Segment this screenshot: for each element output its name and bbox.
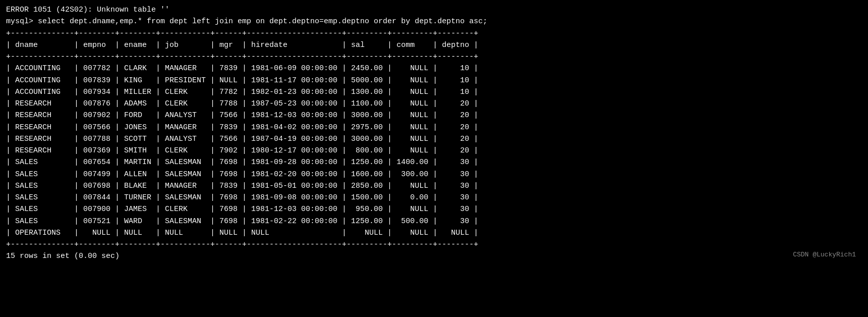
- terminal-line: | SALES | 007521 | WARD | SALESMAN | 769…: [6, 216, 862, 227]
- terminal-line: | OPERATIONS | NULL | NULL | NULL | NULL…: [6, 227, 862, 239]
- terminal-line: +--------------+--------+--------+------…: [6, 28, 862, 39]
- terminal-line: | SALES | 007654 | MARTIN | SALESMAN | 7…: [6, 156, 862, 168]
- terminal-line: | RESEARCH | 007369 | SMITH | CLERK | 79…: [6, 145, 862, 156]
- terminal-line: | SALES | 007844 | TURNER | SALESMAN | 7…: [6, 192, 862, 203]
- terminal-line: | dname | empno | ename | job | mgr | hi…: [6, 39, 862, 51]
- terminal-line: | ACCOUNTING | 007782 | CLARK | MANAGER …: [6, 63, 862, 74]
- terminal-line: | RESEARCH | 007902 | FORD | ANALYST | 7…: [6, 110, 862, 121]
- terminal-output: ERROR 1051 (42S02): Unknown table ''mysq…: [6, 4, 862, 262]
- terminal-line: | SALES | 007900 | JAMES | CLERK | 7698 …: [6, 203, 862, 215]
- terminal-line: 15 rows in set (0.00 sec): [6, 250, 862, 262]
- terminal-line: | RESEARCH | 007566 | JONES | MANAGER | …: [6, 122, 862, 133]
- terminal-window: ERROR 1051 (42S02): Unknown table ''mysq…: [6, 4, 862, 262]
- watermark: CSDN @LuckyRich1: [793, 251, 856, 258]
- terminal-line: | SALES | 007698 | BLAKE | MANAGER | 783…: [6, 180, 862, 192]
- terminal-line: | ACCOUNTING | 007934 | MILLER | CLERK |…: [6, 86, 862, 98]
- terminal-line: | ACCOUNTING | 007839 | KING | PRESIDENT…: [6, 75, 862, 86]
- terminal-line: | RESEARCH | 007788 | SCOTT | ANALYST | …: [6, 133, 862, 145]
- terminal-line: +--------------+--------+--------+------…: [6, 51, 862, 63]
- terminal-line: | SALES | 007499 | ALLEN | SALESMAN | 76…: [6, 169, 862, 180]
- terminal-line: +--------------+--------+--------+------…: [6, 239, 862, 250]
- terminal-line: mysql> select dept.dname,emp.* from dept…: [6, 16, 862, 27]
- terminal-line: ERROR 1051 (42S02): Unknown table '': [6, 4, 862, 16]
- terminal-line: | RESEARCH | 007876 | ADAMS | CLERK | 77…: [6, 98, 862, 110]
